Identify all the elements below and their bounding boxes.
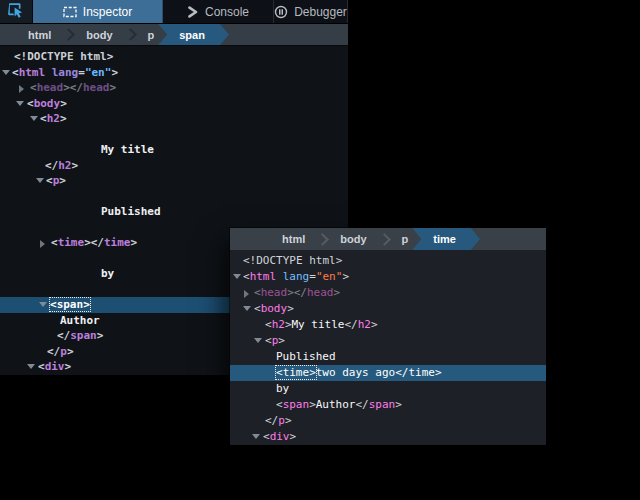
markup-node-text: <p> (46, 173, 66, 189)
breadcrumb-bar: htmlbodypspan (0, 24, 348, 46)
markup-node-text: <div> (38, 359, 71, 375)
node-picker-button[interactable] (0, 0, 33, 23)
markup-row[interactable]: <div> (230, 429, 546, 445)
markup-row[interactable]: <h2>My title</h2> (230, 317, 546, 333)
breadcrumb-item-span[interactable]: span (158, 24, 229, 45)
markup-row[interactable]: Published (230, 349, 546, 365)
node-picker-icon (7, 2, 25, 22)
selected-tag-outline: <time> (276, 366, 316, 379)
markup-row[interactable]: </p> (230, 413, 546, 429)
markup-row[interactable]: by (230, 381, 546, 397)
twisty-expanded-icon[interactable] (252, 434, 260, 439)
markup-node-text: <html lang="en"> (12, 65, 118, 81)
markup-row (0, 127, 348, 143)
tab-label: Debugger (294, 5, 347, 19)
markup-row[interactable]: <head></head> (0, 80, 348, 96)
markup-node-text: <head></head> (30, 80, 116, 96)
markup-node-text: My title (101, 142, 154, 158)
twisty-collapsed-icon[interactable] (19, 85, 24, 93)
breadcrumb-bar: htmlbodyptime (230, 228, 546, 250)
markup-node-text: by (101, 266, 114, 282)
markup-row[interactable]: <body> (230, 301, 546, 317)
markup-node-text: <time>two days ago</time> (276, 365, 442, 381)
twisty-expanded-icon[interactable] (27, 364, 35, 369)
twisty-collapsed-icon[interactable] (40, 240, 45, 248)
tab-console[interactable]: Console (163, 0, 274, 23)
twisty-expanded-icon[interactable] (243, 306, 251, 311)
markup-node-text: <div> (263, 429, 296, 445)
markup-node-text: <head></head> (254, 285, 340, 301)
breadcrumb-item-body[interactable]: body (74, 24, 124, 45)
console-icon (187, 6, 199, 18)
markup-node-text: <body> (27, 96, 67, 112)
markup-node-text: </p> (47, 344, 74, 360)
markup-row[interactable]: My title (0, 142, 348, 158)
twisty-collapsed-icon[interactable] (244, 290, 249, 298)
twisty-expanded-icon[interactable] (254, 338, 262, 343)
twisty-expanded-icon[interactable] (36, 178, 44, 183)
markup-node-text: <span> (50, 297, 90, 313)
markup-view-right: <!DOCTYPE html><html lang="en"><head></h… (230, 250, 546, 445)
twisty-expanded-icon[interactable] (39, 302, 47, 307)
markup-row[interactable]: <p> (0, 173, 348, 189)
inspector-icon (63, 6, 77, 18)
markup-node-text: <p> (265, 333, 285, 349)
markup-row[interactable]: <p> (230, 333, 546, 349)
markup-row[interactable]: </h2> (0, 158, 348, 174)
breadcrumb-item-time[interactable]: time (412, 228, 480, 250)
tab-debugger[interactable]: Debugger (274, 0, 348, 23)
chevron-right-icon (124, 28, 137, 41)
markup-row[interactable]: Published (0, 204, 348, 220)
toolbar-tabstrip: InspectorConsoleDebugger (0, 0, 348, 24)
markup-node-text: <body> (254, 301, 294, 317)
chevron-right-icon (62, 28, 75, 41)
twisty-expanded-icon[interactable] (2, 70, 10, 75)
markup-node-text: <html lang="en"> (243, 269, 349, 285)
markup-node-text: <!DOCTYPE html> (14, 49, 113, 65)
twisty-expanded-icon[interactable] (233, 274, 241, 279)
chevron-right-icon (378, 233, 391, 246)
tab-inspector[interactable]: Inspector (33, 0, 163, 23)
markup-node-text: <time></time> (51, 235, 137, 251)
markup-node-text: </span> (57, 328, 103, 344)
devtools-panel-right: htmlbodyptime <!DOCTYPE html><html lang=… (230, 228, 546, 445)
markup-row[interactable]: <body> (0, 96, 348, 112)
breadcrumb-item-html[interactable]: html (16, 24, 63, 45)
markup-node-text: Author (60, 313, 100, 329)
markup-row (0, 189, 348, 205)
markup-node-text: by (276, 381, 289, 397)
markup-row[interactable]: <!DOCTYPE html> (0, 49, 348, 65)
markup-row[interactable]: <!DOCTYPE html> (230, 253, 546, 269)
markup-node-text: <span>Author</span> (276, 397, 402, 413)
markup-row[interactable]: <span>Author</span> (230, 397, 546, 413)
breadcrumb-item-body[interactable]: body (328, 228, 378, 250)
markup-node-text: </p> (265, 413, 292, 429)
markup-row[interactable]: <html lang="en"> (230, 269, 546, 285)
tab-label: Console (205, 5, 249, 19)
chevron-right-icon (316, 233, 329, 246)
markup-node-text: <h2>My title</h2> (265, 317, 378, 333)
debugger-icon (274, 5, 288, 19)
markup-node-text: Published (276, 349, 336, 365)
markup-row[interactable]: <h2> (0, 111, 348, 127)
twisty-expanded-icon[interactable] (16, 101, 24, 106)
markup-node-text: <h2> (40, 111, 67, 127)
markup-node-text: </h2> (45, 158, 78, 174)
twisty-expanded-icon[interactable] (30, 116, 38, 121)
breadcrumb-item-html[interactable]: html (270, 228, 317, 250)
markup-node-text: Published (101, 204, 161, 220)
markup-node-text: <!DOCTYPE html> (243, 253, 342, 269)
markup-row-selected[interactable]: <time>two days ago</time> (230, 365, 546, 381)
tab-label: Inspector (83, 5, 132, 19)
markup-row[interactable]: <head></head> (230, 285, 546, 301)
markup-row[interactable]: <html lang="en"> (0, 65, 348, 81)
selected-tag-outline: <span> (50, 298, 90, 311)
